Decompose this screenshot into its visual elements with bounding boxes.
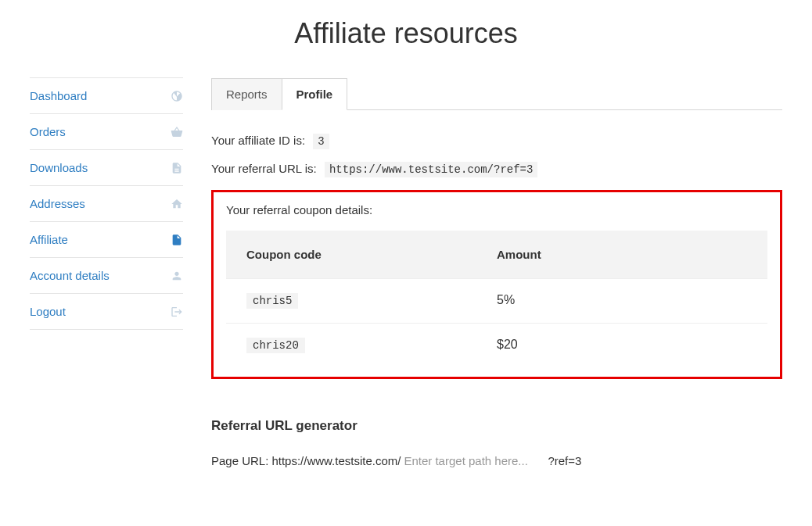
target-path-input[interactable] — [404, 454, 544, 467]
sidebar-item-logout[interactable]: Logout — [30, 293, 183, 330]
page-title: Affiliate resources — [0, 17, 812, 50]
coupon-header-amount: Amount — [497, 248, 747, 261]
sidebar-item-label: Orders — [30, 125, 66, 138]
sidebar-item-label: Affiliate — [30, 233, 68, 246]
referral-url-value: https://www.testsite.com/?ref=3 — [325, 162, 537, 177]
affiliate-id-row: Your affiliate ID is: 3 — [211, 134, 782, 148]
sidebar-item-label: Addresses — [30, 197, 85, 210]
user-icon — [171, 270, 183, 282]
home-icon — [171, 198, 183, 210]
sidebar-item-label: Downloads — [30, 161, 88, 174]
coupon-row: chris20 $20 — [226, 323, 767, 367]
main-content: Reports Profile Your affiliate ID is: 3 … — [183, 77, 782, 467]
sidebar-item-affiliate[interactable]: Affiliate — [30, 221, 183, 257]
referral-url-label: Your referral URL is: — [211, 162, 317, 175]
file-icon — [171, 162, 183, 174]
coupon-row: chris5 5% — [226, 278, 767, 323]
url-suffix-text: ?ref=3 — [548, 454, 581, 467]
referral-url-row: Your referral URL is: https://www.testsi… — [211, 162, 782, 176]
tab-reports[interactable]: Reports — [211, 78, 282, 110]
page-url-label: Page URL: — [211, 454, 268, 467]
sidebar-item-downloads[interactable]: Downloads — [30, 149, 183, 185]
sidebar-item-account[interactable]: Account details — [30, 257, 183, 293]
coupon-header: Coupon code Amount — [226, 231, 767, 278]
coupon-amount-value: 5% — [497, 293, 747, 309]
tabs: Reports Profile — [211, 77, 782, 110]
base-url-text: https://www.testsite.com/ — [271, 454, 401, 467]
document-icon — [171, 234, 183, 246]
coupon-code-value: chris20 — [246, 338, 305, 353]
coupon-code-value: chris5 — [246, 293, 298, 309]
affiliate-id-value: 3 — [313, 134, 329, 149]
dashboard-icon — [171, 90, 183, 102]
coupon-amount-value: $20 — [497, 338, 747, 353]
coupon-section: Your referral coupon details: Coupon cod… — [211, 190, 782, 379]
coupon-section-label: Your referral coupon details: — [226, 203, 767, 216]
url-generator-section: Referral URL generator Page URL: https:/… — [211, 418, 782, 467]
url-generator-heading: Referral URL generator — [211, 418, 782, 434]
coupon-header-code: Coupon code — [246, 248, 497, 261]
sidebar-item-label: Dashboard — [30, 89, 87, 102]
coupon-table: Coupon code Amount chris5 5% chris20 $20 — [226, 231, 767, 367]
affiliate-id-label: Your affiliate ID is: — [211, 134, 305, 147]
sidebar-item-label: Account details — [30, 269, 110, 282]
sidebar-item-addresses[interactable]: Addresses — [30, 185, 183, 221]
sidebar-item-dashboard[interactable]: Dashboard — [30, 77, 183, 113]
basket-icon — [171, 126, 183, 138]
sidebar-item-label: Logout — [30, 305, 66, 318]
sidebar-item-orders[interactable]: Orders — [30, 113, 183, 149]
url-generator-row: Page URL: https://www.testsite.com/ ?ref… — [211, 454, 782, 467]
logout-icon — [171, 306, 183, 318]
tab-profile[interactable]: Profile — [282, 78, 348, 110]
sidebar: Dashboard Orders Downloads Addresses Aff… — [30, 77, 183, 467]
